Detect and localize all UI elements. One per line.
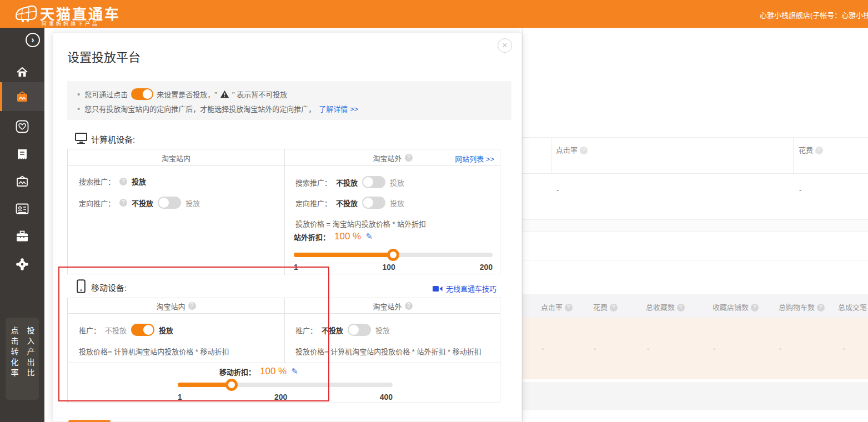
account-name[interactable]: 心雅小栈旗舰店(子帐号：心雅小栈 bbox=[760, 9, 868, 20]
site-list-link[interactable]: 网站列表 >> bbox=[455, 153, 494, 164]
stats-row bbox=[523, 137, 868, 174]
logo-train-icon[interactable] bbox=[14, 4, 38, 24]
sidebar-item-favorites[interactable] bbox=[0, 115, 44, 138]
mobile-table-header: 淘宝站内 淘宝站外 bbox=[68, 298, 500, 314]
computer-table: 淘宝站内 淘宝站外 网站列表 >> 搜索推广： 投放 定向推广： 不投放 投放 bbox=[67, 149, 500, 274]
col-header-clickrate: 点击率 bbox=[541, 302, 573, 312]
offsite-discount-value: 100 % bbox=[334, 231, 361, 242]
cell-value: - bbox=[779, 344, 781, 353]
help-icon[interactable] bbox=[405, 154, 413, 162]
help-icon[interactable] bbox=[610, 304, 618, 312]
mobile-table: 淘宝站内 淘宝站外 推广： 不投放 投放 投放价格= 计算机淘宝站内投放价格 *… bbox=[67, 298, 500, 403]
help-icon[interactable] bbox=[565, 304, 573, 312]
sidebar-item-home[interactable] bbox=[0, 61, 44, 83]
help-icon[interactable] bbox=[815, 147, 823, 154]
computer-section-title: 计算机设备: bbox=[91, 133, 135, 145]
offsite-slider-ticks: 1 100 200 bbox=[294, 263, 493, 272]
cell-value: - bbox=[647, 344, 649, 353]
pc-out-search-toggle[interactable] bbox=[362, 176, 385, 188]
mobile-slider-ticks: 1 200 400 bbox=[178, 393, 393, 401]
id-card-icon bbox=[15, 202, 29, 215]
metric-roi: 投入产出比 bbox=[25, 326, 36, 400]
sidebar-item-creative[interactable] bbox=[0, 171, 44, 193]
help-icon[interactable] bbox=[751, 304, 759, 312]
help-icon[interactable] bbox=[188, 302, 196, 310]
divider-line bbox=[523, 260, 868, 260]
learn-more-link[interactable]: 了解详情 >> bbox=[319, 103, 358, 114]
edit-pencil-icon[interactable]: ✎ bbox=[291, 366, 298, 376]
col-taobao-in: 淘宝站内 bbox=[68, 149, 284, 166]
mobile-out-promo-toggle[interactable] bbox=[348, 324, 371, 336]
pc-in-target-row: 定向推广： 不投放 投放 bbox=[79, 197, 200, 209]
pc-in-target-toggle[interactable] bbox=[158, 197, 181, 209]
col-taobao-out: 淘宝站外 bbox=[284, 298, 501, 314]
col-taobao-in: 淘宝站内 bbox=[68, 298, 284, 314]
stat-clickrate-value: - bbox=[556, 185, 559, 194]
mobile-out-promo-row: 推广： 不投放 投放 bbox=[295, 324, 390, 336]
col-header-shop-favorites: 收藏店铺数 bbox=[713, 302, 759, 312]
wireless-tips-link[interactable]: 无线直通车技巧 bbox=[433, 283, 496, 294]
row-divider bbox=[68, 363, 501, 363]
computer-icon bbox=[74, 132, 88, 144]
slider-handle[interactable] bbox=[225, 379, 238, 391]
column-divider bbox=[284, 149, 285, 275]
mobile-discount-slider[interactable] bbox=[178, 383, 393, 387]
example-toggle-icon bbox=[131, 88, 153, 100]
sidebar-item-tools[interactable] bbox=[0, 225, 44, 248]
help-icon[interactable] bbox=[677, 304, 685, 312]
notice-line-2: 您只有投放淘宝站内的定向推广后，才能选择投放淘宝站外的定向推广， 了解详情 >> bbox=[77, 101, 501, 115]
offsite-discount-row: 站外折扣： 100 % ✎ bbox=[294, 231, 373, 242]
help-icon[interactable] bbox=[119, 199, 127, 207]
frame-icon bbox=[15, 175, 29, 189]
videocam-icon bbox=[433, 285, 443, 292]
col-header-carts: 总购物车数 bbox=[779, 302, 825, 312]
slider-handle[interactable] bbox=[387, 249, 399, 261]
report-row-highlight bbox=[523, 318, 868, 379]
pc-out-target-row: 定向推广： 不投放 投放 bbox=[295, 197, 404, 209]
mobile-section-title: 移动设备: bbox=[91, 282, 127, 293]
briefcase-icon bbox=[15, 230, 29, 243]
sidebar-item-media[interactable] bbox=[0, 253, 44, 275]
help-icon[interactable] bbox=[580, 147, 588, 154]
stat-clickrate: 点击率 bbox=[556, 144, 588, 155]
mobile-in-promo-row: 推广： 不投放 投放 bbox=[79, 324, 173, 336]
warning-icon bbox=[220, 91, 229, 98]
sidebar-item-account-card[interactable] bbox=[0, 198, 44, 220]
bullet-icon bbox=[77, 89, 80, 99]
set-platform-modal: × 设置投放平台 您可通过点击 来设置是否投放，" " 表示暂不可投放 您只有投… bbox=[53, 32, 522, 422]
pc-out-target-toggle[interactable] bbox=[362, 197, 385, 209]
edit-pencil-icon[interactable]: ✎ bbox=[365, 232, 373, 242]
computer-table-header: 淘宝站内 淘宝站外 网站列表 >> bbox=[68, 149, 500, 166]
notice-box: 您可通过点击 来设置是否投放，" " 表示暂不可投放 您只有投放淘宝站内的定向推… bbox=[67, 81, 511, 120]
pc-out-search-row: 搜索推广： 不投放 投放 bbox=[295, 176, 404, 188]
top-header: 天猫直通车 阿里妈妈旗下产品 心雅小栈旗舰店(子帐号：心雅小栈 bbox=[0, 0, 868, 28]
stat-cost-value: - bbox=[799, 185, 801, 194]
sidebar-expand-button[interactable]: › bbox=[26, 33, 40, 47]
close-icon[interactable]: × bbox=[498, 38, 512, 53]
help-icon[interactable] bbox=[405, 302, 413, 310]
cell-value: - bbox=[842, 344, 845, 353]
mobile-in-promo-toggle[interactable] bbox=[131, 324, 154, 336]
mobile-in-price-formula: 投放价格= 计算机淘宝站内投放价格 * 移动折扣 bbox=[79, 346, 229, 356]
bullet-icon bbox=[77, 104, 80, 113]
stats-divider bbox=[793, 137, 794, 174]
slider-fill bbox=[294, 253, 393, 257]
app-root: 点击率 - 花费 - 点击率 花费 总收藏数 收藏店铺数 总购物车数 总成交笔 bbox=[0, 0, 868, 422]
help-icon[interactable] bbox=[817, 304, 825, 312]
mobile-discount-value: 100 % bbox=[260, 366, 287, 377]
slider-fill bbox=[178, 383, 232, 387]
pc-in-search-row: 搜索推广： 投放 bbox=[79, 176, 146, 187]
offsite-discount-slider[interactable] bbox=[294, 253, 493, 257]
stats-divider bbox=[551, 137, 551, 174]
pc-out-price-formula: 投放价格 = 淘宝站内投放价格 * 站外折扣 bbox=[295, 218, 426, 229]
confirm-button[interactable] bbox=[68, 420, 111, 422]
col-header-cost: 花费 bbox=[593, 302, 618, 312]
picture-frame-icon bbox=[15, 91, 29, 105]
heart-icon bbox=[15, 119, 29, 134]
camera-lens-icon bbox=[15, 257, 29, 272]
notice-line-1: 您可通过点击 来设置是否投放，" " 表示暂不可投放 bbox=[77, 87, 501, 101]
sidebar-metrics-box[interactable]: 点击转化率 投入产出比 bbox=[6, 318, 39, 400]
help-icon[interactable] bbox=[119, 178, 127, 185]
sidebar-item-report[interactable] bbox=[0, 143, 44, 165]
sidebar-item-campaign-active[interactable] bbox=[0, 87, 44, 109]
